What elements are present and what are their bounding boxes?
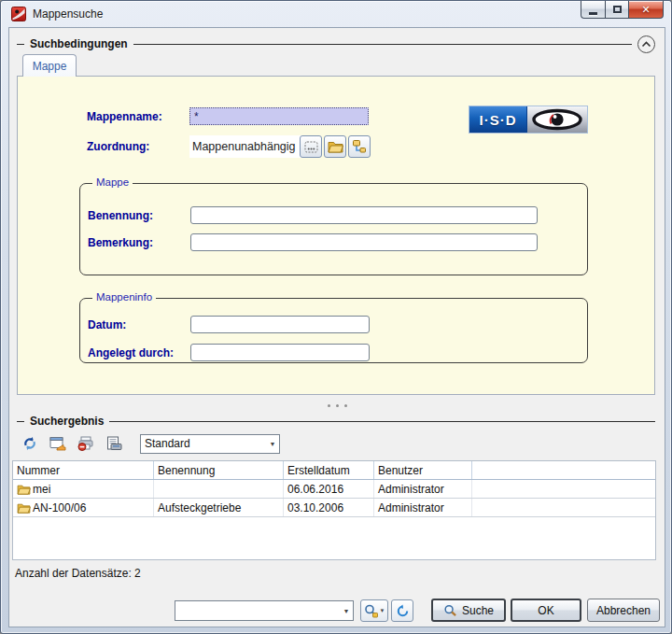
client-area: Suchbedingungen Mappe Mappenname: Zuordn… — [8, 27, 665, 627]
table-row[interactable]: AN-100/06 Aufsteckgetriebe 03.10.2006 Ad… — [13, 499, 655, 517]
search-form-panel: Mappenname: Zuordnung: Mappenunabhängig — [17, 76, 655, 395]
mappe-group-legend: Mappe — [92, 176, 133, 188]
abbrechen-button-label: Abbrechen — [596, 604, 651, 617]
column-header-benutzer[interactable]: Benutzer — [374, 461, 472, 479]
search-results-header: Suchergebnis — [17, 413, 655, 430]
zuordnung-structure-button[interactable] — [348, 135, 371, 158]
benennung-label: Benennung: — [88, 209, 153, 222]
dialog-window: Mappensuche ✕ Suchbedingungen Mappe Mapp… — [0, 0, 672, 634]
chevron-up-icon — [641, 41, 651, 48]
cell-nummer: mei — [33, 483, 50, 496]
folder-icon — [17, 502, 31, 514]
magnifier-save-icon — [364, 604, 379, 618]
angelegt-durch-input[interactable] — [190, 344, 370, 361]
cell-benutzer: Administrator — [374, 480, 472, 498]
search-conditions-header: Suchbedingungen — [17, 35, 655, 52]
suche-button-label: Suche — [462, 604, 494, 617]
divider — [133, 44, 632, 45]
ok-button-label: OK — [538, 604, 553, 617]
suche-button[interactable]: Suche — [431, 599, 506, 622]
close-button[interactable]: ✕ — [629, 1, 664, 19]
magnifier-icon — [443, 604, 457, 617]
printer-icon — [105, 436, 122, 451]
cell-erstelldatum: 06.06.2016 — [284, 480, 374, 498]
sync-results-button[interactable] — [21, 434, 39, 453]
bemerkung-label: Bemerkung: — [88, 236, 153, 249]
isd-logo-text: I·S·D — [469, 106, 527, 133]
isd-eye-icon — [527, 106, 587, 133]
mappenname-input[interactable] — [189, 107, 369, 125]
view-dropdown-value: Standard — [141, 437, 266, 450]
cell-benennung: Aufsteckgetriebe — [154, 499, 284, 516]
chevron-down-icon: ▼ — [340, 608, 353, 614]
zuordnung-value: Mappenunabhängig — [189, 135, 305, 158]
minimize-button[interactable] — [581, 1, 605, 19]
export-result-button[interactable] — [49, 434, 67, 453]
ok-button[interactable]: OK — [511, 599, 581, 622]
datum-label: Datum: — [88, 318, 126, 331]
splitter-handle[interactable] — [9, 401, 665, 410]
maximize-icon — [613, 6, 622, 13]
refresh-icon — [396, 604, 410, 618]
mappeninfo-groupbox: Mappeninfo Datum: Angelegt durch: — [79, 298, 588, 363]
zuordnung-folder-button[interactable] — [324, 135, 346, 158]
cell-benutzer: Administrator — [374, 499, 472, 516]
structure-nodes-icon — [352, 139, 367, 154]
cell-nummer: AN-100/06 — [33, 501, 86, 514]
caption-buttons: ✕ — [581, 1, 664, 19]
print-result-list-button[interactable] — [105, 434, 123, 453]
search-options-button[interactable]: ▼ — [360, 599, 388, 622]
refresh-button[interactable] — [391, 599, 413, 622]
column-header-empty — [472, 461, 655, 479]
column-header-benennung[interactable]: Benennung — [154, 461, 284, 479]
zuordnung-label: Zuordnung: — [87, 140, 149, 153]
table-header-row: Nummer Benennung Erstelldatum Benutzer — [13, 461, 655, 480]
divider — [17, 44, 24, 45]
printer-red-badge-icon — [77, 436, 94, 451]
table-row[interactable]: mei 06.06.2016 Administrator — [13, 480, 655, 499]
collapse-section-button[interactable] — [637, 35, 655, 53]
cell-erstelldatum: 03.10.2006 — [284, 499, 374, 516]
mappeninfo-group-legend: Mappeninfo — [92, 291, 156, 303]
tab-mappe-label: Mappe — [33, 60, 67, 73]
tab-mappe[interactable]: Mappe — [22, 54, 77, 77]
benennung-input[interactable] — [190, 206, 538, 224]
view-dropdown[interactable]: Standard ▼ — [140, 434, 280, 454]
folder-icon — [17, 484, 31, 495]
mappenname-label: Mappenname: — [87, 110, 162, 123]
bemerkung-input[interactable] — [190, 233, 538, 251]
titlebar[interactable]: Mappensuche — [1, 1, 671, 27]
abbrechen-button[interactable]: Abbrechen — [587, 599, 660, 622]
isd-logo: I·S·D — [469, 106, 588, 134]
column-header-nummer[interactable]: Nummer — [13, 461, 154, 479]
datum-input[interactable] — [190, 316, 370, 333]
clear-result-list-button[interactable] — [77, 434, 95, 453]
folder-icon — [328, 140, 343, 153]
search-conditions-title: Suchbedingungen — [30, 37, 128, 50]
angelegt-durch-label: Angelegt durch: — [88, 346, 174, 359]
minimize-icon — [589, 12, 597, 15]
result-window-icon — [49, 436, 66, 451]
mappe-groupbox: Mappe Benennung: Bemerkung: — [79, 183, 588, 275]
maximize-button[interactable] — [605, 1, 629, 19]
chevron-down-icon: ▼ — [380, 608, 385, 613]
ellipsis-icon — [304, 141, 318, 153]
saved-search-dropdown[interactable]: ▼ — [175, 600, 354, 621]
cell-benennung — [154, 480, 284, 498]
sync-icon — [21, 436, 38, 451]
divider — [109, 421, 655, 422]
results-toolbar: Standard ▼ — [9, 431, 665, 456]
divider — [17, 421, 24, 422]
zuordnung-browse-button[interactable] — [300, 135, 322, 158]
close-icon: ✕ — [641, 5, 650, 15]
record-count-status: Anzahl der Datensätze: 2 — [15, 564, 141, 583]
column-header-erstelldatum[interactable]: Erstelldatum — [284, 461, 374, 479]
app-icon — [11, 7, 26, 21]
window-title: Mappensuche — [33, 7, 103, 21]
chevron-down-icon: ▼ — [266, 441, 279, 447]
results-table: Nummer Benennung Erstelldatum Benutzer m… — [12, 460, 656, 560]
search-results-title: Suchergebnis — [30, 415, 104, 428]
